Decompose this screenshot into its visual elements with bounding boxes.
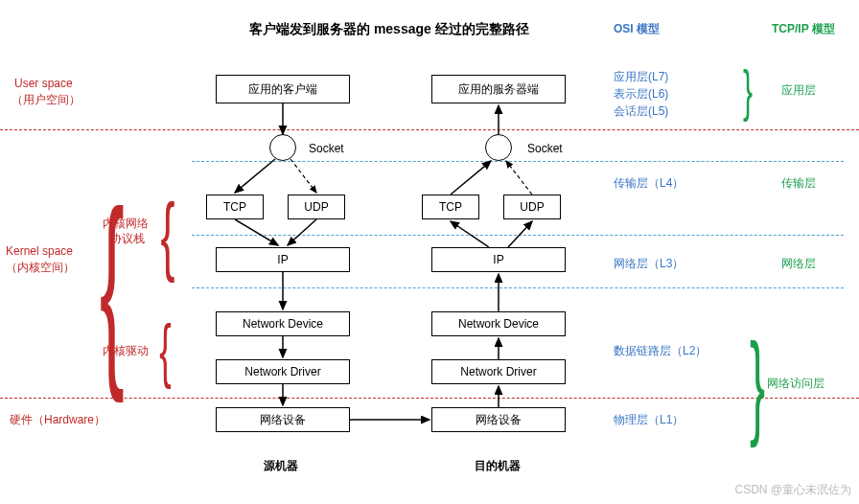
box-ip-src: IP [216,247,350,272]
label-kernel-drv: 内核驱动 [103,343,149,359]
watermark: CSDN @童心未泯佐为 [734,482,851,498]
label-kernel-space-cn: （内核空间） [6,260,75,276]
label-user-space: User space [14,77,73,90]
tcpip-access: 网络访问层 [767,376,824,392]
brace-tcpip-access: } [750,326,765,441]
arrow-layer [0,0,859,504]
svg-line-4 [288,219,316,245]
label-socket-dst: Socket [527,142,563,155]
box-tcp-dst: TCP [422,195,479,219]
brace-tcpip-app: } [743,62,753,120]
box-udp-src: UDP [288,195,345,219]
tcpip-net: 网络层 [781,256,816,272]
divider-hardware [0,398,859,399]
box-hw-src: 网络设备 [216,407,350,432]
osi-l3: 网络层（L3） [614,256,684,272]
label-hardware: 硬件（Hardware） [10,412,105,428]
osi-l6: 表示层(L6) [614,86,668,103]
box-ip-dst: IP [431,247,566,272]
divider-socket [192,161,844,162]
box-udp-dst: UDP [503,195,561,219]
diagram-title: 客户端发到服务器的 message 经过的完整路径 [249,21,529,38]
tcpip-trans: 传输层 [781,175,816,192]
box-hw-dst: 网络设备 [431,407,566,432]
osi-l7: 应用层(L7) [614,69,668,85]
svg-line-14 [451,161,491,195]
divider-userspace [0,129,859,130]
osi-l1: 物理层（L1） [614,412,684,428]
label-src-machine: 源机器 [264,458,298,474]
label-user-space-cn: （用户空间） [12,92,81,108]
box-ndev-src: Network Device [216,311,350,336]
box-server: 应用的服务器端 [431,75,566,103]
label-socket-src: Socket [309,142,344,155]
svg-line-15 [506,161,532,195]
socket-dst [485,134,512,161]
osi-header: OSI 模型 [614,21,660,37]
label-kernel-space: Kernel space [6,244,73,258]
divider-transport [192,235,844,236]
svg-line-1 [235,159,275,193]
brace-kernel-stack: { [161,192,175,278]
box-ndrv-dst: Network Driver [431,359,566,384]
brace-kernel-space: { [100,180,125,391]
box-ndrv-src: Network Driver [216,359,350,384]
label-dst-machine: 目的机器 [475,458,521,474]
svg-line-3 [235,219,278,245]
box-ndev-dst: Network Device [431,311,566,336]
svg-line-2 [290,159,316,193]
osi-l2: 数据链路层（L2） [614,343,707,359]
box-tcp-src: TCP [206,195,264,219]
box-client: 应用的客户端 [216,75,350,103]
tcpip-app: 应用层 [781,82,816,99]
osi-l4: 传输层（L4） [614,175,684,192]
socket-src [269,134,296,161]
osi-l5: 会话层(L5) [614,103,668,120]
tcpip-header: TCP/IP 模型 [772,21,835,37]
divider-network [192,287,844,288]
brace-kernel-drv: { [159,314,172,386]
